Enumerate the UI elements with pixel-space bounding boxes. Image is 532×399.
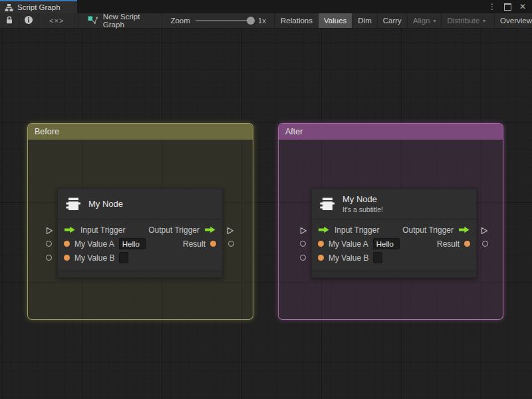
lock-button[interactable] bbox=[0, 13, 19, 28]
group-before-title: Before bbox=[35, 127, 59, 136]
port-row-value-b: My Value B bbox=[312, 251, 476, 265]
lock-icon bbox=[5, 15, 14, 26]
node-footer bbox=[58, 271, 222, 277]
zoom-label: Zoom bbox=[170, 17, 190, 25]
info-icon bbox=[24, 15, 33, 26]
titlebar: Script Graph ⋮ ✕ bbox=[0, 0, 532, 13]
input-trigger-arrow-icon[interactable] bbox=[64, 226, 76, 233]
code-view-button[interactable]: <×> bbox=[39, 13, 75, 28]
node-header: My Node bbox=[58, 189, 222, 219]
port-label-value-b: My Value B bbox=[329, 253, 368, 263]
port-label-result: Result bbox=[183, 239, 205, 249]
port-label-value-a: My Value A bbox=[329, 239, 368, 249]
info-button[interactable] bbox=[19, 13, 39, 28]
close-icon[interactable]: ✕ bbox=[519, 3, 526, 11]
script-graph-asset-icon bbox=[88, 16, 98, 26]
zoom-slider[interactable] bbox=[196, 20, 253, 21]
group-before-header[interactable]: Before bbox=[28, 124, 253, 140]
outer-input-value-a-port[interactable] bbox=[46, 241, 52, 247]
toolbar-button-relations[interactable]: Relations bbox=[275, 13, 318, 28]
value-a-input[interactable] bbox=[119, 238, 146, 249]
zoom-slider-handle[interactable] bbox=[247, 17, 255, 25]
window-controls: ⋮ ✕ bbox=[488, 0, 532, 13]
graph-toolbar: <×> New Script Graph Zoom 1x Relations V… bbox=[0, 13, 532, 29]
unit-icon bbox=[319, 196, 336, 213]
group-after-title: After bbox=[285, 127, 303, 136]
zoom-control: Zoom 1x bbox=[162, 13, 275, 28]
value-b-input[interactable] bbox=[373, 252, 382, 263]
unit-icon bbox=[65, 196, 82, 213]
distribute-label: Distribute bbox=[447, 17, 479, 25]
node-subtitle: It's a subtitle! bbox=[342, 205, 383, 213]
port-row-value-a: My Value A Result bbox=[58, 237, 222, 251]
value-b-port-icon[interactable] bbox=[64, 255, 70, 261]
graph-canvas[interactable]: Before After bbox=[0, 29, 532, 399]
toolbar-button-align: Align ▾ bbox=[407, 13, 442, 28]
port-label-input-trigger: Input Trigger bbox=[80, 225, 125, 235]
outer-output-result-port[interactable] bbox=[228, 241, 234, 247]
node-body: Input Trigger Output Trigger My Value A bbox=[58, 219, 222, 269]
port-label-output-trigger: Output Trigger bbox=[148, 225, 200, 235]
result-port-icon[interactable] bbox=[210, 241, 216, 247]
toolbar-button-carry[interactable]: Carry bbox=[377, 13, 407, 28]
window-menu-icon[interactable]: ⋮ bbox=[488, 3, 496, 11]
toolbar-toggles: Relations Values Dim Carry Align ▾ Distr… bbox=[275, 13, 532, 28]
port-row-trigger: Input Trigger Output Trigger bbox=[312, 223, 476, 237]
align-label: Align bbox=[413, 17, 430, 25]
tab-title: Script Graph bbox=[17, 3, 61, 11]
result-port-icon[interactable] bbox=[464, 241, 470, 247]
outer-output-result-port[interactable] bbox=[482, 241, 488, 247]
value-b-port-icon[interactable] bbox=[318, 255, 324, 261]
value-a-port-icon[interactable] bbox=[64, 241, 70, 247]
toolbar-button-dim[interactable]: Dim bbox=[352, 13, 376, 28]
node-title: My Node bbox=[88, 199, 123, 209]
input-trigger-arrow-icon[interactable] bbox=[318, 226, 330, 233]
group-after-header[interactable]: After bbox=[279, 124, 503, 140]
port-label-output-trigger: Output Trigger bbox=[402, 225, 454, 235]
graph-hierarchy-icon bbox=[5, 3, 13, 12]
new-script-graph-button[interactable]: New Script Graph bbox=[78, 13, 163, 28]
port-label-value-b: My Value B bbox=[74, 253, 114, 263]
toolbar-button-values[interactable]: Values bbox=[318, 13, 352, 28]
port-row-trigger: Input Trigger Output Trigger bbox=[58, 223, 222, 237]
port-label-input-trigger: Input Trigger bbox=[334, 225, 379, 235]
chevron-down-icon: ▾ bbox=[483, 18, 485, 24]
outer-input-value-b-port[interactable] bbox=[300, 255, 306, 261]
value-b-input[interactable] bbox=[119, 252, 128, 263]
new-script-graph-label: New Script Graph bbox=[103, 13, 153, 29]
tab-script-graph[interactable]: Script Graph bbox=[0, 0, 77, 13]
output-trigger-arrow-icon[interactable] bbox=[204, 226, 216, 233]
value-a-port-icon[interactable] bbox=[318, 241, 324, 247]
port-row-value-a: My Value A Result bbox=[312, 237, 476, 251]
outer-output-flow-port[interactable] bbox=[481, 225, 488, 237]
outer-input-flow-port[interactable] bbox=[300, 225, 307, 237]
script-graph-window: Script Graph ⋮ ✕ bbox=[0, 0, 532, 399]
outer-output-flow-port[interactable] bbox=[227, 225, 234, 237]
toolbar-button-distribute: Distribute ▾ bbox=[441, 13, 491, 28]
chevron-down-icon: ▾ bbox=[433, 18, 436, 24]
node-body: Input Trigger Output Trigger My Value A bbox=[312, 219, 476, 269]
port-label-value-a: My Value A bbox=[74, 239, 114, 249]
toolbar-button-overview[interactable]: Overview bbox=[494, 13, 532, 28]
port-row-value-b: My Value B bbox=[58, 251, 222, 265]
outer-input-flow-port[interactable] bbox=[46, 225, 53, 237]
output-trigger-arrow-icon[interactable] bbox=[458, 226, 470, 233]
code-icon: <×> bbox=[49, 17, 64, 25]
node-my-node-before[interactable]: My Node Input Trigger Output Trigger bbox=[57, 188, 223, 278]
node-title: My Node bbox=[342, 194, 383, 204]
value-a-input[interactable] bbox=[373, 238, 400, 249]
node-header: My Node It's a subtitle! bbox=[312, 189, 476, 219]
outer-input-value-b-port[interactable] bbox=[46, 255, 52, 261]
zoom-value: 1x bbox=[258, 17, 266, 25]
node-my-node-after[interactable]: My Node It's a subtitle! Input Trigger O… bbox=[311, 188, 477, 278]
outer-input-value-a-port[interactable] bbox=[300, 241, 306, 247]
node-footer bbox=[312, 271, 476, 277]
maximize-icon[interactable] bbox=[504, 3, 511, 11]
port-label-result: Result bbox=[437, 239, 460, 249]
